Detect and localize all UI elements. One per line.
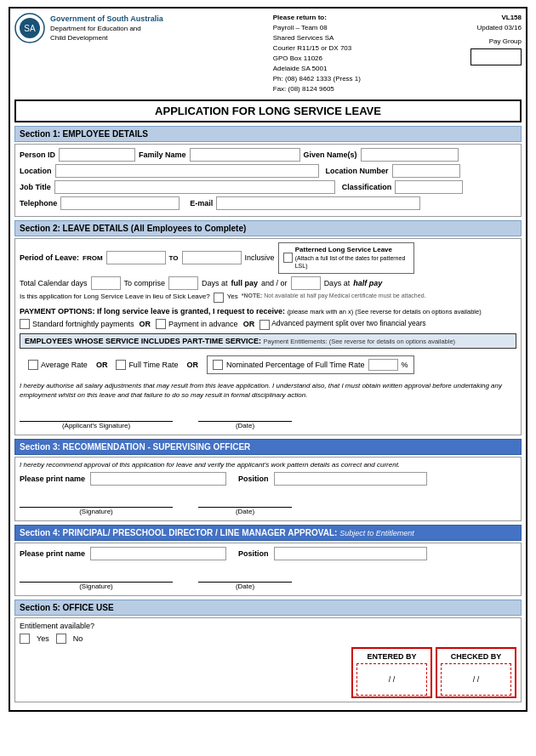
parttime-header: EMPLOYEES WHOSE SERVICE INCLUDES PART-TI… — [20, 333, 516, 349]
rec-text: I hereby recommend approval of this appl… — [20, 461, 516, 469]
s4-sig-col: (Signature) — [20, 566, 173, 590]
dept-line2: Child Development — [50, 33, 163, 43]
return-address: Please return to: Payroll – Team 08 Shar… — [273, 13, 361, 94]
job-title-row: Job Title Classification — [20, 180, 516, 194]
dept-line1: Department for Education and — [50, 24, 163, 33]
s3-sig-col: (Signature) — [20, 491, 173, 515]
s4-date-col: (Date) — [198, 566, 292, 590]
section3-header: Section 3: RECOMMENDATION - SUPERVISING … — [14, 439, 522, 455]
payment-options-label: PAYMENT OPTIONS: If long service leave i… — [20, 307, 516, 315]
section4-sig-block: (Signature) (Date) — [20, 566, 516, 590]
comprise-days-input[interactable] — [168, 276, 198, 290]
parttime-options-row: Average Rate OR Full Time Rate OR Nomina… — [20, 352, 516, 378]
from-date-input[interactable] — [106, 251, 166, 264]
no-checkbox[interactable] — [56, 634, 66, 644]
calendar-days-row: Total Calendar days To comprise Days at … — [20, 276, 516, 290]
location-input[interactable] — [55, 164, 319, 178]
applicant-sig-line[interactable] — [20, 405, 173, 422]
nominated-checkbox[interactable] — [213, 360, 223, 370]
half-pay-days-input[interactable] — [291, 276, 321, 290]
section4-header: Section 4: PRINCIPAL/ PRESCHOOL DIRECTOR… — [14, 525, 522, 541]
given-names-input[interactable] — [361, 148, 459, 162]
patterned-lsl-info: Patterned Long Service Leave (Attach a f… — [278, 242, 414, 274]
form-title: APPLICATION FOR LONG SERVICE LEAVE — [14, 99, 522, 122]
section1: Section 1: EMPLOYEE DETAILS Person ID Fa… — [14, 126, 522, 217]
s4-position-input[interactable] — [274, 547, 427, 560]
gov-branding: SA Government of South Australia Departm… — [14, 13, 163, 43]
s3-date-line[interactable] — [198, 491, 292, 508]
s4-date-line[interactable] — [198, 566, 292, 583]
pct-input[interactable] — [368, 359, 398, 371]
yes-no-row: Yes No — [20, 634, 516, 644]
advance-checkbox[interactable] — [156, 319, 166, 329]
family-name-input[interactable] — [190, 148, 300, 162]
entered-by-box: ENTERED BY / / — [351, 647, 432, 698]
job-title-input[interactable] — [54, 180, 335, 194]
s3-print-name-input[interactable] — [90, 472, 226, 486]
s4-print-name-input[interactable] — [90, 547, 226, 560]
section5-header: Section 5: OFFICE USE — [14, 600, 522, 616]
person-id-row: Person ID Family Name Given Name(s) — [20, 148, 516, 162]
advanced-split-checkbox[interactable] — [259, 320, 270, 330]
section3-name-pos-row: Please print name Position — [20, 472, 516, 486]
s4-sig-line[interactable] — [20, 566, 173, 583]
full-time-rate-option: Full Time Rate — [116, 360, 178, 370]
telephone-row: Telephone E-mail — [20, 196, 516, 210]
yes-checkbox[interactable] — [20, 634, 30, 644]
entitlement-row: Entitlement available? — [20, 622, 516, 630]
standard-fortnightly-option: Standard fortnightly payments — [20, 319, 134, 329]
section4: Section 4: PRINCIPAL/ PRESCHOOL DIRECTOR… — [14, 525, 522, 596]
section3-sig-block: (Signature) (Date) — [20, 491, 516, 515]
section1-header: Section 1: EMPLOYEE DETAILS — [14, 126, 522, 142]
sick-leave-yes-checkbox[interactable] — [214, 293, 224, 303]
full-time-rate-checkbox[interactable] — [116, 360, 126, 370]
entered-checked-block: ENTERED BY / / CHECKED BY / / — [20, 647, 516, 698]
nominated-option: Nominated Percentage of Full Time Rate % — [207, 355, 414, 374]
auth-text: I hereby authorise all salary adjustment… — [20, 381, 516, 400]
email-input[interactable] — [216, 196, 420, 210]
patterned-checkbox[interactable] — [283, 253, 293, 263]
s3-date-col: (Date) — [198, 491, 292, 515]
s3-position-input[interactable] — [274, 472, 427, 486]
classification-input[interactable] — [395, 180, 463, 194]
standard-checkbox[interactable] — [20, 319, 30, 329]
payment-options-row: Standard fortnightly payments OR Payment… — [20, 319, 516, 330]
section3: Section 3: RECOMMENDATION - SUPERVISING … — [14, 439, 522, 521]
gov-logo-icon: SA — [14, 13, 45, 43]
pay-group-box[interactable] — [470, 48, 522, 65]
applicant-date-line[interactable] — [198, 405, 292, 422]
form-header: SA Government of South Australia Departm… — [14, 13, 522, 94]
entered-by-inner: / / — [356, 663, 427, 696]
checked-by-inner: / / — [441, 663, 511, 696]
gov-text-block: Government of South Australia Department… — [50, 14, 163, 43]
applicant-sig-col: (Applicant's Signature) — [20, 405, 173, 429]
doc-ref: VL158 Updated 03/16 Pay Group — [470, 13, 522, 65]
sick-leave-row: Is this application for Long Service Lea… — [20, 293, 516, 303]
applicant-date-col: (Date) — [198, 405, 292, 429]
section4-name-pos-row: Please print name Position — [20, 547, 516, 560]
avg-rate-option: Average Rate — [28, 360, 88, 370]
telephone-input[interactable] — [60, 196, 180, 210]
location-row: Location Location Number — [20, 164, 516, 178]
total-days-input[interactable] — [91, 276, 121, 290]
section5: Section 5: OFFICE USE Entitlement availa… — [14, 600, 522, 702]
avg-rate-checkbox[interactable] — [28, 360, 38, 370]
section2: Section 2: LEAVE DETAILS (All Employees … — [14, 220, 522, 435]
svg-text:SA: SA — [24, 24, 36, 33]
payment-advance-option: Payment in advance — [156, 319, 238, 329]
person-id-input[interactable] — [59, 148, 135, 162]
section2-header: Section 2: LEAVE DETAILS (All Employees … — [14, 220, 522, 236]
applicant-sig-block: (Applicant's Signature) (Date) — [20, 405, 516, 429]
to-date-input[interactable] — [182, 251, 242, 264]
location-number-input[interactable] — [392, 164, 460, 178]
checked-by-box: CHECKED BY / / — [436, 647, 516, 698]
gov-title: Government of South Australia — [50, 14, 163, 25]
s3-sig-line[interactable] — [20, 491, 173, 508]
period-leave-row: Period of Leave: FROM TO Inclusive Patte… — [20, 242, 516, 274]
advanced-split-option: Advanced payment split over two financia… — [259, 319, 425, 330]
